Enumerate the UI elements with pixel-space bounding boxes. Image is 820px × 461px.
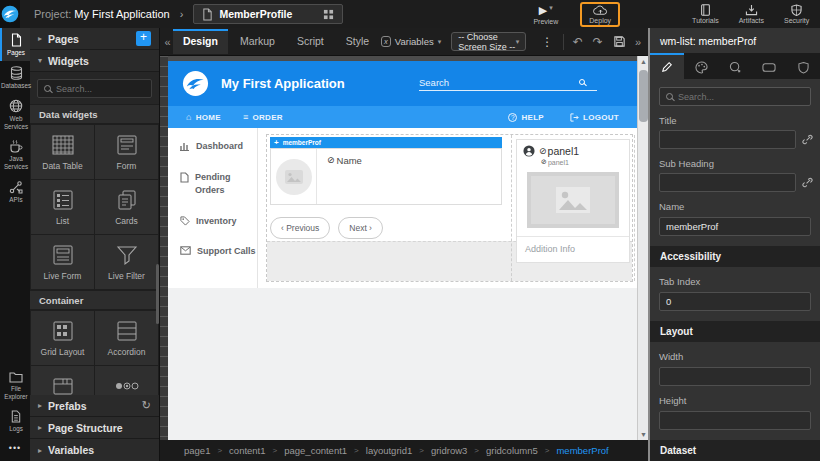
width-field-input[interactable] xyxy=(659,367,811,386)
tab-events[interactable] xyxy=(718,53,752,79)
rail-item-pages[interactable]: Pages xyxy=(0,28,30,61)
widget-tile-live-form[interactable]: Live Form xyxy=(31,235,94,289)
nav-order[interactable]: ≡ORDER xyxy=(243,112,283,122)
list-item-name[interactable]: ⊘ Name xyxy=(317,149,362,204)
sidenav-pending-orders[interactable]: Pending Orders xyxy=(180,171,257,198)
height-field-input[interactable] xyxy=(659,411,811,430)
expand-right-panel-button[interactable]: » xyxy=(632,36,644,48)
panel1-widget[interactable]: ⊘ panel1 ⊘ panel1 xyxy=(516,139,630,263)
title-field-input[interactable] xyxy=(659,130,796,149)
rail-item-databases[interactable]: Databases xyxy=(0,61,30,94)
breadcrumb-separator: > xyxy=(419,446,424,455)
undo-button[interactable]: ↶ xyxy=(569,35,587,49)
widget-tile-accordion[interactable]: Accordion xyxy=(95,311,158,365)
widget-search-input[interactable] xyxy=(56,84,141,94)
widget-tile-live-filter[interactable]: Live Filter xyxy=(95,235,158,289)
sidenav-dashboard[interactable]: Dashboard xyxy=(180,140,257,154)
widgets-accordion[interactable]: ▾ Widgets xyxy=(30,50,159,72)
breadcrumb-memberprof[interactable]: memberProf xyxy=(556,445,608,456)
bind-link-icon[interactable] xyxy=(802,177,813,188)
breadcrumb-page1[interactable]: page1 xyxy=(184,445,210,456)
grid-view-icon[interactable] xyxy=(323,9,334,20)
canvas-scrollbar[interactable]: ▲ ▼ xyxy=(637,56,648,440)
more-options-button[interactable]: ⋮ xyxy=(536,35,558,49)
collapse-left-panel-button[interactable]: « xyxy=(164,36,171,48)
help-icon: ? xyxy=(508,113,517,122)
widget-tile-data-table[interactable]: Data Table xyxy=(31,125,94,179)
tab-markup[interactable]: Markup xyxy=(230,29,285,54)
scrollbar-thumb[interactable] xyxy=(639,70,648,122)
widget-tile-grid-layout[interactable]: Grid Layout xyxy=(31,311,94,365)
previous-page-button[interactable]: ‹ Previous xyxy=(270,217,330,239)
list-item-template[interactable]: ⊘ Name xyxy=(270,148,502,205)
scroll-up-icon[interactable]: ▲ xyxy=(638,56,648,67)
screen-size-select[interactable]: -- Choose Screen Size -- ▾ xyxy=(451,32,526,51)
rail-label: APIs xyxy=(9,196,22,204)
rail-item-apis[interactable]: APIs xyxy=(0,175,30,208)
widget-search[interactable] xyxy=(37,79,152,98)
widget-tile-wizard[interactable]: Wizard xyxy=(95,366,158,395)
page-structure-accordion[interactable]: ▸ Page Structure xyxy=(30,417,159,439)
preview-button[interactable]: ▶▾ Preview xyxy=(533,4,558,25)
breadcrumb-layoutgrid1[interactable]: layoutgrid1 xyxy=(366,445,412,456)
widget-tile-cards[interactable]: Cards xyxy=(95,180,158,234)
variables-accordion[interactable]: ▸ Variables xyxy=(30,439,159,461)
breadcrumb-page-content1[interactable]: page_content1 xyxy=(284,445,347,456)
sidenav-inventory[interactable]: Inventory xyxy=(180,215,257,229)
breadcrumb-content1[interactable]: content1 xyxy=(229,445,265,456)
wavemaker-logo-icon[interactable] xyxy=(0,0,20,28)
app-search-input[interactable] xyxy=(419,77,579,88)
properties-search[interactable] xyxy=(659,87,811,106)
scroll-down-icon[interactable]: ▼ xyxy=(638,429,648,440)
tutorials-button[interactable]: Tutorials xyxy=(692,4,719,24)
tab-device[interactable] xyxy=(752,53,786,79)
widget-tile-tabs[interactable]: Tabs xyxy=(31,366,94,395)
app-search-icon[interactable] xyxy=(579,79,585,85)
security-button[interactable]: Security xyxy=(784,4,809,24)
rail-item-java-services[interactable]: Java Services xyxy=(0,134,30,175)
add-page-button[interactable]: + xyxy=(136,31,151,46)
tab-security[interactable] xyxy=(786,53,820,79)
save-button[interactable] xyxy=(609,35,630,48)
tab-design[interactable]: Design xyxy=(173,29,228,54)
tab-script[interactable]: Script xyxy=(287,29,334,54)
bind-link-icon[interactable] xyxy=(802,134,813,145)
device-icon xyxy=(762,62,776,73)
rail-more-icon[interactable]: ••• xyxy=(0,437,30,461)
nav-help[interactable]: ?HELP xyxy=(508,113,544,122)
redo-button[interactable]: ↷ xyxy=(589,35,607,49)
memberprof-widget-handle[interactable]: + memberProf xyxy=(270,137,502,148)
pages-accordion[interactable]: ▸ Pages + xyxy=(30,28,159,50)
nav-logout[interactable]: LOGOUT xyxy=(570,113,619,122)
name-field-input[interactable] xyxy=(659,217,811,236)
gridcolumn-panel[interactable]: ⊘ panel1 ⊘ panel1 xyxy=(511,135,635,281)
variables-dropdown-button[interactable]: x Variables ▾ xyxy=(381,36,441,47)
tab-styles[interactable] xyxy=(684,53,718,79)
next-page-button[interactable]: Next › xyxy=(338,217,383,239)
deploy-button[interactable]: Deploy xyxy=(580,2,620,27)
arrow-right-icon: ▸ xyxy=(38,34,42,43)
sidenav-support-calls[interactable]: Support Calls xyxy=(180,245,257,259)
rail-item-file-explorer[interactable]: File Explorer xyxy=(0,366,30,405)
widget-tile-form[interactable]: Form xyxy=(95,125,158,179)
artifacts-button[interactable]: Artifacts xyxy=(739,4,764,24)
rail-item-logs[interactable]: Logs xyxy=(0,405,30,437)
breadcrumb-gridcolumn5[interactable]: gridcolumn5 xyxy=(486,445,538,456)
widget-tile-list[interactable]: List xyxy=(31,180,94,234)
nav-home[interactable]: ⌂HOME xyxy=(186,112,221,122)
rail-item-web-services[interactable]: Web Services xyxy=(0,94,30,135)
tab-style[interactable]: Style xyxy=(336,29,379,54)
panel1-image-placeholder[interactable] xyxy=(527,172,619,228)
tabindex-field-input[interactable] xyxy=(659,292,811,311)
prefabs-accordion[interactable]: ▸ Prefabs ↻ xyxy=(30,395,159,417)
subheading-field-input[interactable] xyxy=(659,173,796,192)
breadcrumb-gridrow3[interactable]: gridrow3 xyxy=(431,445,467,456)
properties-search-input[interactable] xyxy=(678,92,798,102)
page-tab-memberprofile[interactable]: MemberProfile xyxy=(193,4,343,24)
app-search[interactable] xyxy=(419,77,597,91)
gridrow-selection[interactable]: + memberProf ⊘ xyxy=(266,134,633,282)
dataset-section-header: Dataset xyxy=(650,440,820,461)
left-panel-scrollbar[interactable] xyxy=(156,264,159,324)
tab-properties[interactable] xyxy=(650,53,684,79)
refresh-icon[interactable]: ↻ xyxy=(142,399,151,412)
